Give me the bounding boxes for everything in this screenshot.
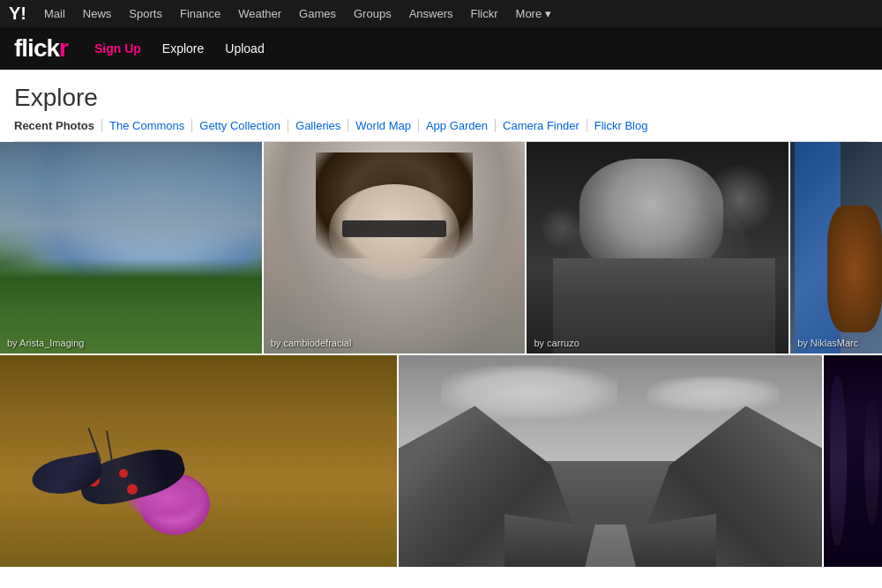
photo-grid-top: by Arista_Imaging by cambiodefracial by … bbox=[0, 142, 882, 354]
nav-news[interactable]: News bbox=[74, 4, 121, 24]
photo-cell-5[interactable] bbox=[0, 355, 397, 567]
photo-credit-3: by carruzo bbox=[534, 338, 579, 348]
nav-finance[interactable]: Finance bbox=[171, 4, 229, 24]
nav-recent-photos[interactable]: Recent Photos bbox=[14, 119, 102, 132]
nav-world-map[interactable]: World Map bbox=[348, 119, 419, 132]
yahoo-logo: Y! bbox=[9, 4, 26, 24]
nav-weather[interactable]: Weather bbox=[229, 4, 290, 24]
nav-app-garden[interactable]: App Garden bbox=[419, 119, 496, 132]
explore-subnav: Recent Photos The Commons Getty Collecti… bbox=[14, 119, 868, 142]
nav-games[interactable]: Games bbox=[290, 4, 345, 24]
explore-link[interactable]: Explore bbox=[162, 41, 204, 56]
nav-galleries[interactable]: Galleries bbox=[288, 119, 348, 132]
photo-cell-2[interactable]: by cambiodefracial bbox=[264, 142, 526, 354]
nav-groups[interactable]: Groups bbox=[345, 4, 400, 24]
explore-title: Explore bbox=[14, 84, 868, 112]
photo-credit-2: by cambiodefracial bbox=[271, 338, 352, 348]
nav-more[interactable]: More ▾ bbox=[507, 4, 560, 24]
nav-the-commons[interactable]: The Commons bbox=[102, 119, 192, 132]
photo-credit-1: by Arista_Imaging bbox=[7, 338, 84, 348]
nav-mail[interactable]: Mail bbox=[35, 4, 74, 24]
flickr-nav: Sign Up Explore Upload bbox=[94, 41, 265, 56]
nav-answers[interactable]: Answers bbox=[400, 4, 462, 24]
photo-grid-bottom bbox=[0, 355, 882, 567]
photo-cell-7[interactable] bbox=[824, 355, 882, 567]
photo-cell-6[interactable] bbox=[399, 355, 822, 567]
nav-flickr[interactable]: Flickr bbox=[462, 4, 507, 24]
upload-link[interactable]: Upload bbox=[225, 41, 264, 56]
photo-credit-4: by NiklasMarc bbox=[797, 338, 858, 348]
nav-getty-collection[interactable]: Getty Collection bbox=[192, 119, 288, 132]
nav-flickr-blog[interactable]: Flickr Blog bbox=[587, 119, 655, 132]
flickr-logo: flickr bbox=[14, 34, 68, 63]
photo-cell-3[interactable]: by carruzo bbox=[527, 142, 789, 354]
nav-camera-finder[interactable]: Camera Finder bbox=[496, 119, 587, 132]
flickr-header: flickr Sign Up Explore Upload bbox=[0, 27, 882, 70]
signup-link[interactable]: Sign Up bbox=[94, 41, 141, 56]
photo-cell-4[interactable]: by NiklasMarc bbox=[790, 142, 882, 354]
yahoo-navbar: Y! Mail News Sports Finance Weather Game… bbox=[0, 0, 882, 27]
nav-sports[interactable]: Sports bbox=[120, 4, 171, 24]
photo-cell-1[interactable]: by Arista_Imaging bbox=[0, 142, 262, 354]
